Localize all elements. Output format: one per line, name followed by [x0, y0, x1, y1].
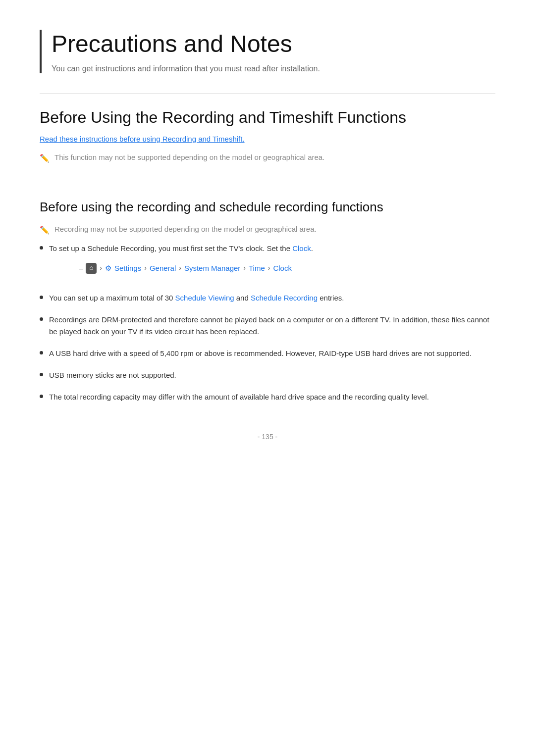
page-footer: - 135 -: [40, 433, 495, 441]
chevron-3: ›: [179, 262, 181, 273]
settings-icon: ⚙: [105, 262, 111, 274]
page-subtitle: You can get instructions and information…: [52, 64, 495, 73]
system-manager-link[interactable]: System Manager: [184, 262, 240, 274]
pencil-icon-2: ✏️: [40, 225, 50, 235]
bullet-dot: [40, 395, 43, 398]
bullet-3-text: Recordings are DRM-protected and therefo…: [49, 314, 495, 338]
bullet-dot: [40, 246, 43, 250]
settings-link[interactable]: Settings: [114, 262, 141, 274]
clock-link[interactable]: Clock: [292, 244, 311, 252]
bullet-dot: [40, 296, 43, 299]
section1-note: ✏️ This function may not be supported de…: [40, 153, 495, 163]
pencil-icon-1: ✏️: [40, 153, 50, 163]
section-recording-schedule: Before using the recording and schedule …: [40, 200, 495, 403]
bullet-2-content: You can set up a maximum total of 30 Sch…: [49, 292, 344, 304]
bullet-2-text-after: entries.: [318, 294, 344, 302]
list-item: USB memory sticks are not supported.: [40, 369, 495, 381]
bullet-1-text-before: To set up a Schedule Recording, you must…: [49, 244, 292, 252]
schedule-recording-link[interactable]: Schedule Recording: [251, 294, 318, 302]
bullet-list: To set up a Schedule Recording, you must…: [40, 243, 495, 403]
bullet-6-text: The total recording capacity may differ …: [49, 391, 429, 403]
list-item: To set up a Schedule Recording, you must…: [40, 243, 495, 282]
bullet-1-content: To set up a Schedule Recording, you must…: [49, 243, 313, 282]
page-title-section: Precautions and Notes You can get instru…: [40, 30, 495, 73]
chevron-5: ›: [268, 262, 270, 273]
bullet-1-text-after: .: [311, 244, 313, 252]
time-link[interactable]: Time: [249, 262, 265, 274]
home-icon: ⌂: [86, 263, 97, 274]
clock-nav-link[interactable]: Clock: [273, 262, 292, 274]
bullet-5-text: USB memory sticks are not supported.: [49, 369, 176, 381]
list-item: The total recording capacity may differ …: [40, 391, 495, 403]
list-item: You can set up a maximum total of 30 Sch…: [40, 292, 495, 304]
chevron-2: ›: [144, 262, 147, 273]
nav-path: – ⌂ › ⚙ Settings › General › System Mana…: [64, 258, 313, 278]
chevron-4: ›: [243, 262, 246, 273]
list-item: Recordings are DRM-protected and therefo…: [40, 314, 495, 338]
bullet-2-text-middle: and: [234, 294, 251, 302]
section2-title: Before using the recording and schedule …: [40, 200, 495, 215]
chevron-1: ›: [100, 262, 102, 273]
bullet-dot: [40, 351, 43, 354]
section1-note-text: This function may not be supported depen…: [54, 153, 324, 161]
section1-subtitle: Read these instructions before using Rec…: [40, 135, 495, 143]
schedule-viewing-link[interactable]: Schedule Viewing: [175, 294, 234, 302]
list-item: A USB hard drive with a speed of 5,400 r…: [40, 348, 495, 359]
page-number: - 135 -: [258, 433, 277, 441]
section2-note: ✏️ Recording may not be supported depend…: [40, 225, 495, 235]
section2-note-text: Recording may not be supported depending…: [54, 225, 317, 233]
bullet-dot: [40, 373, 43, 376]
dash-symbol: –: [79, 262, 83, 274]
bullet-4-text: A USB hard drive with a speed of 5,400 r…: [49, 348, 472, 359]
section1-title: Before Using the Recording and Timeshift…: [40, 108, 495, 127]
section-recording-timeshift: Before Using the Recording and Timeshift…: [40, 108, 495, 163]
general-link[interactable]: General: [150, 262, 176, 274]
section-divider-1: [40, 93, 495, 94]
bullet-2-text-before: You can set up a maximum total of 30: [49, 294, 175, 302]
bullet-dot: [40, 317, 43, 321]
page-title: Precautions and Notes: [52, 30, 495, 58]
